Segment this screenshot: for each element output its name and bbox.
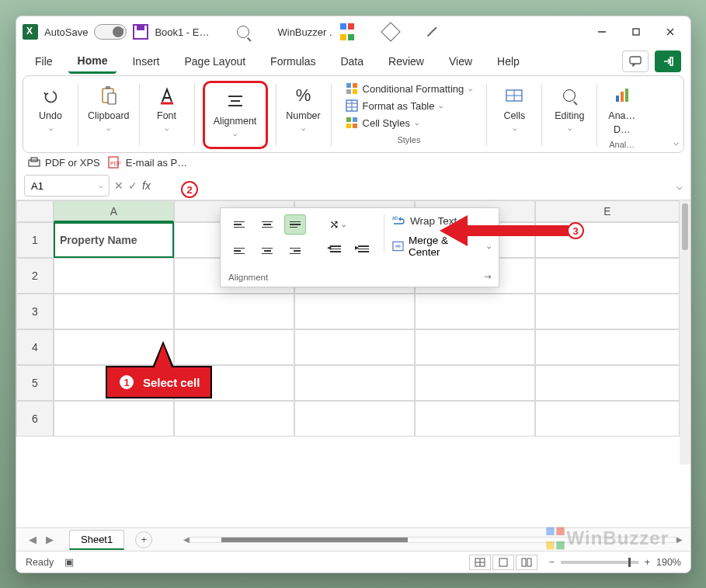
cell-styles-button[interactable]: Cell Styles⌵: [346, 117, 473, 129]
page-layout-view-button[interactable]: [492, 555, 514, 570]
cell-ref: A1: [31, 180, 43, 192]
format-as-table-button[interactable]: Format as Table⌵: [346, 99, 473, 112]
annotation-badge-2: 2: [181, 181, 198, 198]
col-header-a[interactable]: A: [54, 200, 174, 222]
cell-a2[interactable]: [54, 258, 174, 294]
tab-nav-next[interactable]: ▶: [41, 534, 58, 545]
svg-rect-15: [346, 89, 351, 94]
svg-rect-28: [616, 96, 619, 102]
number-button[interactable]: % Number⌵: [284, 81, 323, 149]
fx-icon[interactable]: fx: [142, 179, 151, 192]
align-bottom-button[interactable]: [284, 214, 306, 235]
close-button[interactable]: [656, 18, 684, 46]
cell-a6[interactable]: [54, 401, 174, 437]
zoom-slider[interactable]: [561, 561, 638, 564]
menu-insert[interactable]: Insert: [123, 50, 169, 72]
enter-formula-icon[interactable]: ✓: [128, 179, 137, 192]
macro-record-icon[interactable]: ▣: [64, 556, 74, 568]
view-buttons: [469, 555, 537, 570]
sheet-tab-1[interactable]: Sheet1: [69, 530, 124, 550]
pdf-label: PDF or XPS: [45, 157, 100, 169]
dialog-launcher-icon[interactable]: ↘: [482, 271, 494, 284]
clipboard-button[interactable]: Clipboard⌵: [86, 81, 131, 149]
styles-group-label: Styles: [397, 135, 420, 144]
svg-rect-31: [29, 160, 40, 166]
pdf-xps-button[interactable]: PDF or XPS: [27, 156, 100, 169]
row-header-1[interactable]: 1: [16, 222, 54, 258]
svg-rect-4: [630, 57, 641, 64]
autosave-label: AutoSave: [44, 26, 88, 38]
menu-formulas[interactable]: Formulas: [261, 50, 325, 72]
align-top-button[interactable]: [228, 214, 250, 235]
menu-page-layout[interactable]: Page Layout: [175, 50, 255, 72]
zoom-in-button[interactable]: +: [645, 557, 650, 568]
popup-group-label: Alignment: [228, 273, 268, 282]
tab-nav-prev[interactable]: ◀: [24, 534, 41, 545]
menu-help[interactable]: Help: [488, 50, 529, 72]
editing-button[interactable]: Editing⌵: [550, 81, 589, 149]
row-header-6[interactable]: 6: [16, 401, 54, 437]
align-middle-button[interactable]: [256, 214, 278, 235]
status-bar: Ready ▣ − + 190%: [16, 551, 690, 572]
wand-icon[interactable]: [426, 25, 440, 39]
excel-logo-icon: [23, 24, 38, 40]
diamond-icon[interactable]: [381, 22, 400, 41]
email-label: E-mail as P…: [126, 157, 187, 169]
menu-file[interactable]: File: [26, 50, 62, 72]
conditional-formatting-button[interactable]: Conditional Formatting⌵: [346, 82, 473, 95]
cond-fmt-label: Conditional Formatting: [363, 83, 464, 95]
search-icon[interactable]: [237, 26, 249, 38]
align-center-button[interactable]: [256, 241, 278, 261]
cell-a1[interactable]: Property Name: [54, 222, 174, 258]
cells-button[interactable]: Cells⌵: [495, 81, 534, 149]
status-ready: Ready: [26, 557, 54, 568]
name-box[interactable]: A1⌵: [24, 175, 110, 197]
page-break-view-button[interactable]: [516, 555, 537, 570]
formula-bar: A1⌵ ✕ ✓ fx ⌵: [16, 172, 690, 200]
row-header-2[interactable]: 2: [16, 258, 54, 294]
vertical-scrollbar[interactable]: [680, 200, 690, 464]
annotation-callout-1: 1 Select cell: [106, 366, 212, 398]
analyze-group[interactable]: Ana… D… Anal…: [605, 81, 638, 149]
decrease-indent-button[interactable]: [326, 241, 348, 261]
alignment-button[interactable]: Alignment⌵: [205, 83, 266, 144]
increase-indent-button[interactable]: [354, 241, 376, 261]
select-all-corner[interactable]: [16, 200, 54, 222]
row-header-3[interactable]: 3: [16, 294, 54, 329]
svg-rect-13: [346, 83, 351, 88]
cancel-formula-icon[interactable]: ✕: [114, 179, 123, 192]
ribbon-collapse-button[interactable]: ⌵: [673, 137, 679, 148]
row-header-4[interactable]: 4: [16, 329, 54, 365]
cell-a3[interactable]: [54, 294, 174, 329]
zoom-out-button[interactable]: −: [548, 557, 554, 568]
autosave-state: Off: [115, 28, 124, 36]
zoom-control[interactable]: − + 190%: [548, 557, 681, 568]
orientation-button[interactable]: ⤭⌵: [326, 214, 348, 235]
svg-rect-16: [353, 89, 357, 94]
watermark: WinBuzzer: [547, 527, 669, 549]
menu-data[interactable]: Data: [331, 50, 373, 72]
svg-rect-7: [106, 86, 110, 89]
save-icon[interactable]: [133, 24, 148, 40]
annotation-badge-1: 1: [118, 374, 135, 391]
formula-bar-expand[interactable]: ⌵: [676, 180, 683, 192]
maximize-button[interactable]: [622, 18, 650, 46]
align-right-button[interactable]: [284, 241, 306, 261]
zoom-value: 190%: [656, 557, 681, 568]
share-button[interactable]: [655, 50, 681, 72]
add-sheet-button[interactable]: +: [135, 531, 152, 548]
menu-view[interactable]: View: [440, 50, 482, 72]
minimize-button[interactable]: [588, 18, 616, 46]
clipboard-label: Clipboard: [88, 110, 130, 121]
menu-review[interactable]: Review: [379, 50, 433, 72]
autosave-toggle[interactable]: Off: [94, 24, 127, 40]
comments-button[interactable]: [622, 50, 649, 72]
row-header-5[interactable]: 5: [16, 365, 54, 401]
align-left-button[interactable]: [228, 241, 250, 261]
svg-rect-40: [499, 558, 507, 566]
normal-view-button[interactable]: [469, 555, 491, 570]
email-button[interactable]: PDFE-mail as P…: [108, 156, 187, 169]
undo-button[interactable]: Undo⌵: [31, 81, 70, 149]
font-button[interactable]: Font⌵: [148, 81, 186, 149]
menu-home[interactable]: Home: [68, 50, 117, 74]
